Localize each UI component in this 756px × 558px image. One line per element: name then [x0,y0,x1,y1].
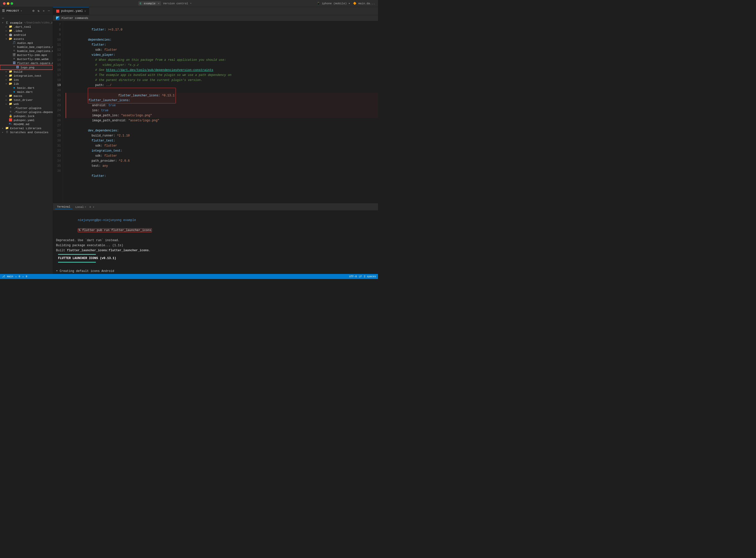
sidebar-item-ios[interactable]: 📁 ios [0,78,53,82]
chevron-icon [5,95,8,97]
errors-count: 0 [19,275,20,278]
project-name: example [144,2,155,5]
sidebar-item-idea[interactable]: 📁 .idea [0,29,53,33]
device-name: iphone (mobile) [322,2,347,5]
sidebar-item-logo-png[interactable]: 🖼 logo.png [0,65,53,70]
sidebar-item-basic-dart[interactable]: ◆ basic.dart [0,86,53,90]
folder-icon: 📁 [8,29,12,32]
code-area[interactable]: flutter: >=3.17.0 dependencies: flutter: [63,21,378,203]
chevron-icon [2,131,5,134]
sidebar-item-build[interactable]: 📁 build [0,70,53,74]
settings-icon[interactable]: ✕ [42,8,45,13]
folder-icon: 📁 [8,78,12,81]
encoding-label: UTF-8 [349,275,357,278]
terminal-more-chevron[interactable]: ▾ [93,206,94,209]
sidebar-item-flutter-plugins-deps[interactable]: ≡ .flutter-plugins-dependencies [0,110,53,114]
item-label: .flutter-plugins [14,106,42,110]
terminal-tab-local[interactable]: Local ✕ [73,205,88,209]
folder-icon: 📂 [8,82,12,85]
chevron-icon [5,78,8,81]
sidebar-item-external-libraries[interactable]: 📁 External Libraries [0,126,53,130]
code-token: dev_dependencies: [88,129,119,132]
sidebar-item-macos[interactable]: 📁 macos [0,94,53,98]
sidebar-item-flutter-plugins[interactable]: ≡ .flutter-plugins [0,106,53,110]
minimize-button[interactable] [7,2,9,5]
png-icon: 🖼 [12,61,16,65]
editor-content[interactable]: 7 8 9 10 11 12 13 14 15 16 17 18 19 20 2… [53,21,378,203]
code-line-19: flutter_launcher_icons: ^0.13.1 [66,83,378,88]
sidebar-item-assets[interactable]: 📂 assets [0,37,53,41]
item-label: pubspec.yaml [14,119,34,122]
sidebar-item-integration-test[interactable]: 📁 integration_test [0,74,53,78]
ln-20: 20 [53,88,63,93]
terminal-tab-terminal[interactable]: Terminal [55,205,72,209]
code-token: flutter: [88,43,106,47]
sidebar-item-srt1[interactable]: ≡ bumble_bee_captions.srt [0,45,53,49]
ln-30: 30 [53,138,63,143]
ln-12: 12 [53,47,63,52]
sidebar-item-scratches[interactable]: 🗒 Scratches and Consoles [0,130,53,134]
sidebar-item-readme[interactable]: M↓ README.md [0,122,53,126]
tree-root-example[interactable]: E example ~/Downloads/video_player-2.9.2… [0,21,53,25]
item-label: ios [14,78,19,81]
sidebar-item-web[interactable]: 📁 web [0,102,53,106]
ln-21: 21 [53,93,63,98]
sidebar-item-android[interactable]: 🤖 android [0,33,53,37]
item-label: main.dart [17,90,33,94]
sidebar-item-lib[interactable]: 📂 lib [0,82,53,86]
project-badge[interactable]: E example ▾ [138,1,161,5]
minimize-panel-icon[interactable]: — [47,8,51,13]
sidebar-item-test-driver[interactable]: 📁 test_driver [0,98,53,102]
lock-icon: 🔒 [8,114,12,118]
code-token: true [101,109,108,112]
terminal-content[interactable]: niejunyong@pc-niejunyong example % flutt… [53,211,378,274]
chevron-icon [5,74,8,77]
tab-label: pubspec.yaml [61,9,83,13]
terminal-empty-1 [56,263,375,269]
sidebar-item-mp4[interactable]: 🎬 Butterfly-209.mp4 [0,53,53,57]
code-token: any [102,164,108,168]
sidebar-item-pubspec-yaml[interactable]: 🟥 pubspec.yaml [0,118,53,122]
sidebar-item-webm[interactable]: ≡ Butterfly-209.webm [0,57,53,61]
tab-pubspec-yaml[interactable]: 🟥 pubspec.yaml ✕ [53,7,89,15]
sidebar-item-flutter-png[interactable]: 🖼 flutter-mark-square-64.png [0,61,53,65]
code-line-27: dev_dependencies: [66,123,378,128]
chevron-icon [5,82,8,85]
expand-collapse-icon[interactable]: ⇅ [37,8,41,13]
close-button[interactable] [3,2,5,5]
sidebar-more[interactable]: ⋯ [0,15,53,21]
sidebar-item-dart-tool[interactable]: 📁 .dart_tool [0,25,53,29]
code-line-7: flutter: >=3.17.0 [66,22,378,27]
version-control[interactable]: Version control [163,2,188,5]
terminal-add-button[interactable]: + [89,205,91,209]
sidebar-item-vtt[interactable]: ≡ bumble_bee_captions.vtt [0,49,53,53]
fullscreen-button[interactable] [10,2,13,5]
item-label: basic.dart [17,86,34,90]
terminal-command-highlight: % flutter pub run flutter_launcher_icons [78,228,152,232]
ln-27: 27 [53,123,63,128]
sidebar-item-main-dart[interactable]: ◆ main.dart [0,90,53,94]
code-token: image_path_android: [88,119,128,122]
plugins-icon: ≡ [8,110,12,114]
folder-icon: 📁 [8,70,12,73]
mp4-icon: 🎬 [12,53,16,57]
chevron-icon [5,70,8,73]
ln-32: 32 [53,148,63,153]
code-line-10: flutter: [66,37,378,42]
tab-close-icon[interactable]: ✕ [84,9,86,12]
breadcrumb-label: Flutter commands [61,17,88,20]
sidebar-item-pubspec-lock[interactable]: 🔒 pubspec.lock [0,114,53,118]
line-ending-label: LF [359,275,362,278]
local-tab-close-icon[interactable]: ✕ [85,206,86,208]
code-line-24: image_path_ios: "assets/logo.png" [66,108,378,113]
locate-icon[interactable]: ⊕ [31,8,35,13]
sidebar-item-audio[interactable]: 🎵 Audio.mp3 [0,41,53,45]
terminal-tabs: Terminal Local ✕ + ▾ [53,204,378,211]
folder-icon: 📁 [8,102,12,106]
item-label: macos [14,94,22,98]
code-token: sdk: [88,144,104,148]
root-path: ~/Downloads/video_player-2.9.2/example [24,21,53,24]
ln-23: 23 [53,103,63,108]
code-token: "assets/logo.png" [121,114,152,117]
srt-icon: ≡ [12,45,16,49]
